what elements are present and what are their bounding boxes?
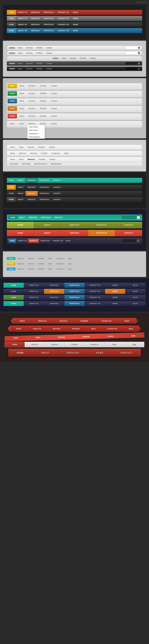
search-input-dark-2[interactable] (126, 68, 138, 70)
pill-services-4[interactable]: Services (26, 106, 38, 111)
tab-home-1[interactable]: HOME (4, 283, 24, 288)
hc-contact-t[interactable]: Contact (51, 178, 63, 183)
pill-home-2[interactable]: Home (8, 91, 17, 96)
tab-blog-1[interactable]: BLOG (125, 283, 145, 288)
nav-dark-portfolio-1[interactable]: Portfolio (35, 62, 44, 64)
nav-light-about-2[interactable]: About (16, 52, 24, 54)
nav-item-services-4[interactable]: SERVICES (29, 28, 42, 33)
teal-about[interactable]: About (17, 216, 27, 218)
pill-services-5[interactable]: Services (26, 114, 38, 118)
tab-portfolio-3[interactable]: PORTFOLIO (64, 295, 85, 300)
tn-services-1[interactable]: Services (26, 258, 36, 259)
hc-contact-4[interactable]: Contact (51, 197, 63, 202)
tn-portfolio-2[interactable]: Portfolio (36, 263, 46, 264)
red-services[interactable]: SERVICES (61, 230, 88, 236)
hc-portfolio-o[interactable]: Portfolio (38, 185, 51, 190)
tab-blog-3[interactable]: BLOG (125, 295, 145, 300)
dropdown-item-4[interactable]: Web Marketing (28, 135, 45, 138)
tab-news-3[interactable]: NEWS (105, 295, 125, 300)
nav-light-contact-1[interactable]: Contact (44, 47, 54, 49)
dark-s-input[interactable] (123, 240, 137, 242)
tab-home-3[interactable]: HOME (4, 295, 24, 300)
nav-item-contact-1[interactable]: CONTACT US (56, 10, 71, 15)
nav-item-news-1[interactable]: NEWS (71, 10, 80, 15)
nav-light-contact-2[interactable]: Contact (44, 52, 54, 54)
ds-portfolio[interactable]: PORTFOLIO (39, 240, 51, 242)
ds-home[interactable]: HOME (9, 239, 16, 243)
nav-item-news-3[interactable]: NEWS (71, 22, 80, 27)
tab-contact-4[interactable]: CONTACT US (85, 301, 105, 306)
tn-contact-1[interactable]: Contact Us (54, 258, 66, 259)
nav-dark-services-2[interactable]: Services (24, 68, 35, 70)
pill-about-3[interactable]: About (17, 99, 26, 103)
tn-blog-2[interactable]: Blog (66, 263, 73, 264)
tab-services-1[interactable]: SERVICES (44, 283, 64, 288)
r4-home[interactable]: Home (5, 342, 25, 347)
r2-news[interactable]: Ness (91, 328, 96, 330)
tn-home-3[interactable]: Home (7, 268, 16, 270)
nav-dark-contact-2[interactable]: Contact (44, 68, 54, 70)
nav-item-about-3[interactable]: ABOUT US (16, 22, 29, 27)
nav-dark-services-1[interactable]: Services (24, 62, 35, 64)
pill-contact-4[interactable]: Contact (49, 106, 59, 111)
search-button-dark-1[interactable]: ⌕ (138, 62, 140, 65)
nav-light-home-2[interactable]: Home (8, 52, 16, 54)
ds-services[interactable]: SERVICES (28, 239, 39, 243)
tn-contact-2[interactable]: Contact Us (54, 263, 66, 264)
wn-services-1[interactable]: Services (26, 145, 36, 150)
red-portfolio[interactable]: PORTFOLIO (88, 230, 115, 236)
tn-portfolio-1[interactable]: Portfolio (36, 258, 46, 259)
r4-portfolio[interactable]: Portfolio (65, 342, 85, 347)
nav-item-home-1[interactable]: HOME (7, 10, 16, 15)
nav-item-portfolio-4[interactable]: PORTFOLIO (42, 28, 56, 33)
r2-home[interactable]: Home (16, 328, 21, 330)
nav-item-home-2[interactable]: HOME (7, 16, 16, 21)
teal-home[interactable]: Home (8, 216, 17, 219)
wn-contact-2[interactable]: Contact Us (49, 151, 62, 156)
r3-news[interactable]: news (131, 335, 135, 337)
hc-contact-s[interactable]: Contact (51, 191, 63, 196)
tab-home-2[interactable]: HOME (4, 289, 24, 294)
dropdown-item-2[interactable]: Web Design (28, 128, 45, 132)
tab-blog-4[interactable]: BLOG (125, 301, 145, 306)
nav-item-contact-4[interactable]: CONTACT US (56, 28, 71, 33)
search-input-2[interactable] (126, 52, 138, 54)
r4-contact[interactable]: Contact us (85, 342, 104, 347)
teal-services[interactable]: Services (27, 216, 39, 218)
r4-news[interactable]: News (104, 342, 124, 347)
nav-item-home-4[interactable]: HOME (7, 28, 16, 33)
r1-news[interactable]: News (124, 320, 129, 322)
wn-services-3[interactable]: Services (26, 157, 37, 162)
nav-item-services-3[interactable]: SERVICES (29, 22, 42, 27)
red-contact[interactable]: CONTACT (115, 230, 142, 236)
pill-contact-5[interactable]: Contact (49, 114, 59, 118)
olive-contact[interactable]: CONTACT (115, 222, 142, 228)
pill-portfolio-4[interactable]: Portfolio (38, 106, 49, 111)
r1-about[interactable]: About Us (38, 320, 46, 322)
tab-services-3[interactable]: SERVICES (44, 295, 64, 300)
dd-row-2[interactable]: Web Design (21, 162, 32, 165)
pill-services-2[interactable]: Services (26, 91, 38, 96)
pill-about-6[interactable]: About (17, 121, 26, 126)
pill-contact-2[interactable]: Contact (49, 91, 59, 96)
wn-contact-1[interactable]: Contact (47, 145, 57, 150)
nav-item-news-2[interactable]: NEWS (71, 16, 80, 21)
nav-light-contact-3[interactable]: Contact (88, 57, 97, 59)
nav-item-about-1[interactable]: ABOUT US (16, 10, 29, 15)
tab-services-2[interactable]: SERVICES (44, 289, 64, 294)
pill-home-3[interactable]: Home (8, 99, 17, 103)
dd-row-4[interactable]: Web Marketing (50, 162, 63, 165)
r3-about[interactable]: about (36, 336, 41, 338)
pill-about-4[interactable]: About (17, 106, 26, 111)
nav-light-about-1[interactable]: About (16, 47, 24, 49)
nav-light-portfolio-2[interactable]: Portfolio (35, 52, 44, 54)
tn-portfolio-3[interactable]: Portfolio (36, 268, 46, 270)
nav-light-portfolio-3[interactable]: Portfolio (78, 57, 88, 59)
r5-services[interactable]: SERVICES (67, 352, 79, 354)
tn-contact-3[interactable]: Contact Us (54, 268, 66, 270)
hc-services-4[interactable]: Services (26, 197, 38, 202)
r1-home[interactable]: Home (20, 320, 25, 322)
hc-home-o[interactable]: Home (7, 185, 16, 190)
wn-about-2[interactable]: About Us (17, 151, 28, 156)
red-about[interactable]: ABOUT (34, 230, 61, 236)
